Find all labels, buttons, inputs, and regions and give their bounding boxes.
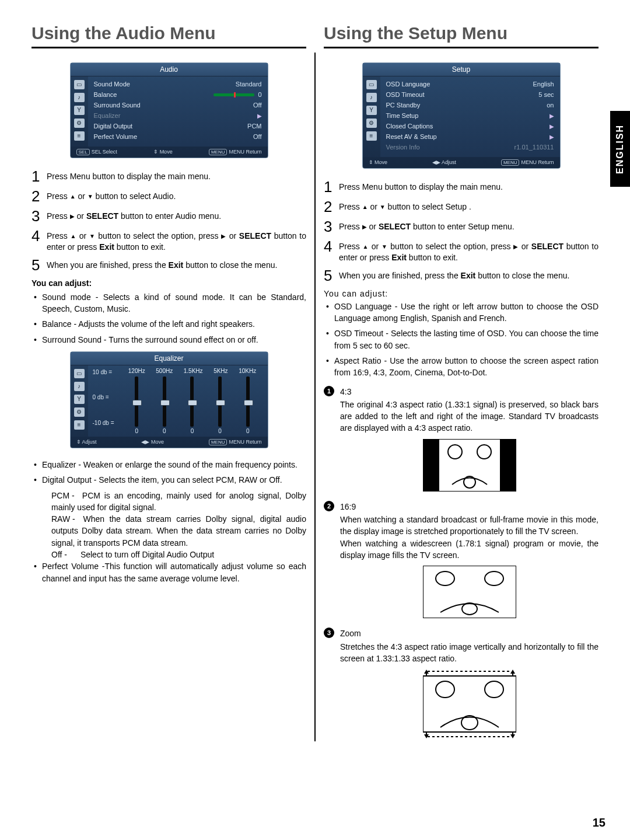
osd-row: OSD LanguageEnglish: [386, 79, 554, 89]
left-steps: 1Press Menu button to display the main m…: [32, 169, 306, 273]
digital-sub-item: Off - Select to turn off Digital Audio O…: [32, 549, 306, 560]
step: 1Press Menu button to display the main m…: [324, 179, 598, 194]
osd-row: Surround SoundOff: [94, 100, 262, 110]
aspect-body-text: The original 4:3 aspect ratio (1.33:1 si…: [340, 399, 598, 434]
bullet-item: OSD Language - Use the right or left arr…: [326, 301, 598, 325]
bullet-item: Aspect Ratio - Use the arrow button to c…: [326, 355, 598, 379]
step: 3Press ▶ or SELECT button to enter Setup…: [324, 219, 598, 234]
osd-row: Digital OutputPCM: [94, 121, 262, 131]
circle-number-icon: 1: [324, 386, 334, 396]
setup-icon: ⚙: [366, 118, 377, 128]
audio-icon: ♪: [366, 93, 377, 102]
digital-sub-item: PCM - PCM is an encoding, mainly used fo…: [32, 490, 306, 514]
eq-sliders: [123, 377, 262, 427]
right-adjust-label: You can adjust:: [324, 289, 598, 298]
left-adjust-last: Perfect Volume -This function will autom…: [32, 560, 306, 584]
circle-number-icon: 2: [324, 501, 334, 511]
osd-row: Balance0: [94, 89, 262, 100]
aspect-title: 16:9: [340, 501, 598, 513]
svg-rect-10: [423, 676, 516, 732]
footer-move: Move: [151, 439, 164, 445]
svg-rect-2: [500, 439, 516, 492]
step: 1Press Menu button to display the main m…: [32, 169, 306, 184]
language-tab: ENGLISH: [610, 111, 630, 187]
osd-row: OSD Timeout5 sec: [386, 89, 554, 100]
osd-setup-tab-icons: ▭ ♪ Y ⚙ ≡: [363, 76, 380, 157]
osd-row: Perfect VolumeOff: [94, 131, 262, 142]
svg-point-9: [462, 603, 477, 615]
aspect-block: 216:9When watching a standard broadcast …: [324, 501, 598, 621]
osd-row: Reset AV & Setup▶: [386, 131, 554, 142]
bullet-item: Balance - Adjusts the volume of the left…: [34, 318, 306, 330]
digital-output-sub: PCM - PCM is an encoding, mainly used fo…: [32, 490, 306, 561]
osd-setup-title: Setup: [363, 63, 560, 76]
osd-setup-footer: ⇕ Move ◀▶ Adjust MENUMENU Return: [363, 157, 560, 168]
osd-audio-footer: SELSEL Select ⇕ Move MENUMENU Return: [71, 147, 268, 158]
osd-row: Version Infor1.01_110311: [386, 142, 554, 152]
svg-rect-6: [423, 566, 516, 618]
step: 4Press ▲ or ▼ button to select the optio…: [324, 239, 598, 263]
left-adjust-bottom: Equalizer - Weaken or enlarge the sound …: [32, 459, 306, 486]
left-adjust-top: Sound mode - Selects a kind of sound mod…: [32, 291, 306, 346]
step: 5When you are finished, press the Exit b…: [324, 268, 598, 283]
page-number: 15: [593, 816, 606, 829]
eq-icon: ≡: [366, 131, 377, 141]
adjust-label: You can adjust:: [32, 278, 306, 288]
osd-audio: Audio ▭ ♪ Y ⚙ ≡ Sound ModeStandardBalanc…: [70, 62, 268, 158]
bullet-item: OSD Timeout - Selects the lasting time o…: [326, 327, 598, 351]
osd-eq-tab-icons: ▭ ♪ Y ⚙ ≡: [71, 365, 88, 437]
aspect-block: 3ZoomStretches the 4:3 aspect ratio imag…: [324, 628, 598, 741]
osd-setup: Setup ▭ ♪ Y ⚙ ≡ OSD LanguageEnglishOSD T…: [362, 62, 561, 169]
footer-move: Move: [374, 159, 387, 165]
osd-row: PC Standbyon: [386, 100, 554, 110]
aspect-diagram: [411, 669, 528, 739]
svg-point-7: [436, 571, 454, 585]
osd-row: Closed Captions▶: [386, 121, 554, 131]
right-steps: 1Press Menu button to display the main m…: [324, 179, 598, 283]
aspect-title: 4:3: [340, 386, 598, 398]
eq-icon: ≡: [74, 131, 85, 141]
circle-number-icon: 3: [324, 628, 334, 638]
eq-icon: ≡: [74, 420, 85, 430]
picture-icon: ▭: [74, 369, 85, 378]
perfect-volume-item: Perfect Volume -This function will autom…: [34, 560, 306, 584]
picture-icon: ▭: [74, 80, 85, 89]
osd-audio-rows: Sound ModeStandardBalance0Surround Sound…: [88, 76, 268, 147]
bullet-item: Digital Output - Selects the item, you c…: [34, 474, 306, 486]
setup-icon: ⚙: [74, 118, 85, 128]
aspect-diagram: [411, 439, 528, 492]
right-heading: Using the Setup Menu: [324, 23, 598, 48]
tools-icon: Y: [74, 395, 85, 404]
osd-eq-footer: ⇕ Adjust ◀▶ Move MENUMENU Return: [71, 437, 268, 448]
step: 2Press ▲ or ▼ button to select Audio.: [32, 189, 306, 204]
footer-adjust: Adjust: [442, 159, 456, 165]
step: 5When you are finished, press the Exit b…: [32, 257, 306, 273]
tools-icon: Y: [366, 106, 377, 115]
svg-rect-1: [423, 439, 439, 492]
left-heading: Using the Audio Menu: [32, 23, 306, 48]
osd-row: Equalizer▶: [94, 110, 262, 121]
audio-icon: ♪: [74, 93, 85, 102]
svg-marker-19: [510, 734, 515, 738]
svg-point-3: [448, 445, 462, 459]
audio-icon: ♪: [74, 382, 85, 391]
setup-icon: ⚙: [74, 407, 85, 417]
aspect-diagram: [411, 566, 528, 618]
osd-tab-icons: ▭ ♪ Y ⚙ ≡: [71, 76, 88, 147]
svg-point-13: [436, 681, 454, 698]
eq-scale: 10 db =0 db =-10 db =: [88, 365, 123, 430]
tools-icon: Y: [74, 106, 85, 115]
step: 4Press ▲ or ▼ button to select the optio…: [32, 228, 306, 253]
footer-move: Move: [160, 149, 173, 155]
footer-adjust: Adjust: [82, 439, 97, 445]
footer-return: MENU Return: [521, 159, 554, 165]
osd-row: Time Setup▶: [386, 110, 554, 121]
digital-sub-item: RAW - When the data stream carries Dolby…: [32, 513, 306, 549]
right-column: Using the Setup Menu Setup ▭ ♪ Y ⚙ ≡ OSD…: [316, 23, 607, 741]
svg-marker-17: [510, 670, 515, 674]
bullet-item: Surround Sound - Turns the surround soun…: [34, 334, 306, 346]
left-column: Using the Audio Menu Audio ▭ ♪ Y ⚙ ≡ Sou…: [23, 23, 314, 741]
aspect-body-text: Stretches the 4:3 aspect ratio image ver…: [340, 641, 598, 665]
eq-freq-header: 120Hz500Hz1.5KHz5KHz10KHz: [123, 368, 262, 374]
osd-eq-title: Equalizer: [71, 352, 268, 365]
